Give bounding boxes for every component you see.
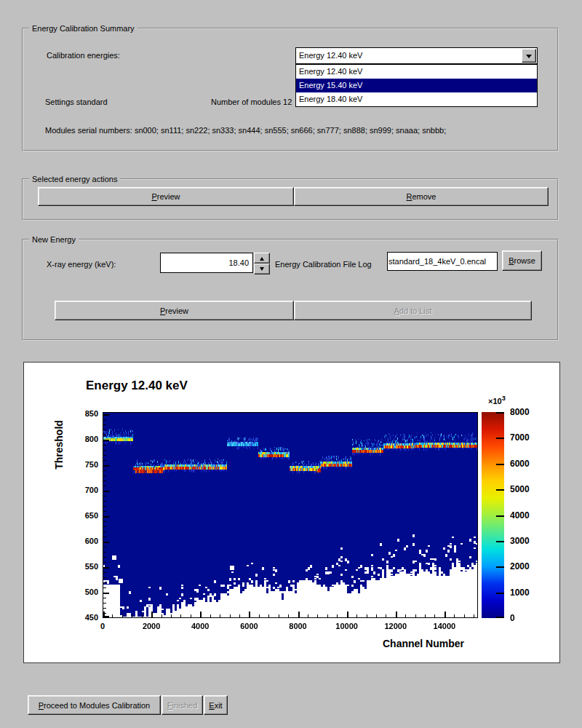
y-tick-label: 450 [72, 613, 98, 622]
calibration-energy-dropdown-list: Energy 12.40 keV Energy 15.40 keV Energy… [295, 64, 538, 107]
chevron-down-icon [526, 55, 532, 61]
x-tick-label: 2000 [129, 622, 173, 630]
x-tick-label: 14000 [423, 622, 466, 630]
colorbar-tick-label: 4000 [510, 510, 530, 521]
colorbar-tick-label: 5000 [510, 484, 530, 494]
energy-spin-down-button[interactable] [254, 264, 270, 274]
x-tick-label: 8000 [276, 622, 320, 630]
colorbar-tick-label: 6000 [510, 459, 530, 469]
colorbar-tick-mark [496, 515, 504, 517]
y-axis-label: Threshold [53, 372, 65, 518]
exit-button[interactable]: Exit [204, 695, 228, 715]
arrow-down-icon [260, 267, 264, 273]
x-tick-label: 0 [81, 622, 124, 630]
histogram-canvas [103, 412, 478, 618]
dropdown-item-energy-15[interactable]: Energy 15.40 keV [296, 79, 537, 92]
arrow-up-icon [260, 255, 264, 261]
application-window: { "summary_group": { "title": "Energy Ca… [0, 0, 582, 728]
browse-button[interactable]: Browse [502, 250, 542, 271]
colorbar-tick-mark [496, 412, 504, 414]
colorbar-tick-mark [496, 464, 504, 465]
colorbar-tick-mark [496, 593, 504, 594]
settings-label: Settings standard [45, 98, 108, 106]
preview-new-energy-button[interactable]: Preview [55, 301, 294, 320]
y-tick-label: 550 [72, 562, 98, 571]
xray-energy-value: 18.40 [228, 258, 249, 267]
plot-panel: Energy 12.40 keV Threshold Channel Numbe… [23, 362, 560, 663]
calibration-energy-combobox[interactable]: Energy 12.40 keV [295, 47, 538, 64]
summary-group-title: Energy Calibration Summary [29, 23, 137, 33]
y-tick-label: 650 [72, 511, 98, 520]
colorbar-tick-label: 1000 [510, 587, 530, 598]
colorbar-tick-mark [496, 617, 504, 618]
colorbar-multiplier: ×103 [488, 395, 506, 405]
plot-title: Energy 12.40 keV [86, 379, 188, 393]
y-tick-label: 800 [72, 435, 98, 443]
x-tick-label: 10000 [325, 622, 369, 630]
xray-energy-label: X-ray energy (keV): [47, 260, 116, 269]
combobox-value: Energy 12.40 keV [299, 51, 362, 60]
colorbar-tick-label: 7000 [510, 432, 530, 443]
colorbar-tick-label: 8000 [510, 407, 530, 417]
calibration-energies-label: Calibration energies: [47, 51, 120, 60]
x-tick-label: 6000 [227, 622, 271, 630]
y-tick-label: 750 [72, 460, 98, 469]
file-log-label: Energy Calibration File Log [275, 260, 372, 269]
combobox-dropdown-button[interactable] [522, 49, 536, 63]
dropdown-item-energy-12[interactable]: Energy 12.40 keV [296, 65, 537, 79]
summary-group: Energy Calibration Summary Calibration e… [22, 28, 559, 151]
file-log-value: standard_18_4keV_0.encal [388, 257, 496, 266]
colorbar-tick-label: 0 [510, 613, 515, 623]
remove-selected-button[interactable]: Remove [294, 187, 549, 206]
colorbar-tick-mark [496, 541, 504, 542]
colorbar-tick-label: 3000 [510, 536, 530, 546]
new-energy-group: New Energy X-ray energy (keV): 18.40 Ene… [22, 239, 559, 341]
y-tick-label: 500 [72, 587, 98, 596]
energy-spin-up-button[interactable] [254, 253, 270, 264]
proceed-to-modules-calibration-button[interactable]: Proceed to Modules Calibration [28, 695, 161, 715]
y-tick-label: 850 [72, 409, 98, 418]
new-energy-group-title: New Energy [29, 234, 79, 245]
colorbar-tick-mark [496, 438, 504, 439]
xray-energy-input[interactable]: 18.40 [160, 253, 253, 273]
dropdown-item-energy-18[interactable]: Energy 18.40 keV [296, 92, 537, 106]
actions-group-title: Selected energy actions [29, 174, 120, 184]
number-of-modules-label: Number of modules 12 [211, 98, 292, 106]
x-tick-label: 12000 [374, 622, 418, 630]
colorbar-tick-label: 2000 [510, 561, 530, 571]
file-log-input[interactable]: standard_18_4keV_0.encal [387, 252, 498, 271]
selected-energy-actions-group: Selected energy actions Preview Remove [22, 178, 559, 221]
finished-button: Finished [162, 695, 203, 715]
x-tick-label: 4000 [178, 622, 222, 630]
colorbar-tick-mark [496, 489, 504, 491]
y-tick-label: 700 [72, 486, 98, 494]
add-to-list-button: Add to List [294, 301, 532, 320]
y-tick-label: 600 [72, 537, 98, 545]
preview-selected-button[interactable]: Preview [38, 187, 294, 206]
colorbar-tick-mark [496, 566, 504, 568]
x-axis-label: Channel Number [319, 638, 464, 649]
modules-serial-numbers-label: Modules serial numbers: sn000; sn111; sn… [45, 126, 446, 135]
